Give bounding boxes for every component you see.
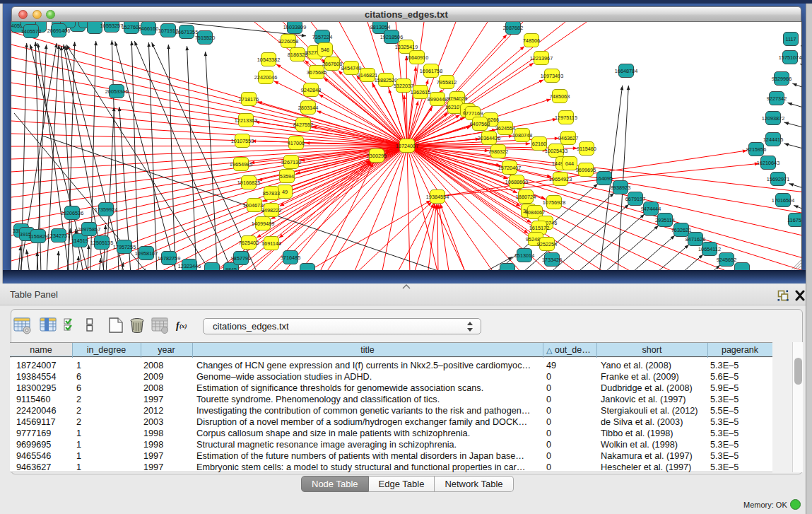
svg-text:1244415: 1244415 bbox=[763, 136, 783, 143]
svg-text:9777169: 9777169 bbox=[463, 110, 483, 117]
svg-text:7515520: 7515520 bbox=[195, 35, 215, 41]
svg-text:546: 546 bbox=[321, 47, 329, 53]
svg-text:19218506: 19218506 bbox=[380, 34, 403, 40]
svg-text:8990448: 8990448 bbox=[428, 96, 447, 103]
svg-text:9084067: 9084067 bbox=[525, 209, 545, 216]
svg-text:10543382: 10543382 bbox=[257, 57, 280, 63]
svg-text:7986322: 7986322 bbox=[488, 148, 508, 155]
svg-text:2935114: 2935114 bbox=[655, 217, 675, 223]
svg-text:044: 044 bbox=[565, 160, 574, 167]
svg-text:16782759: 16782759 bbox=[158, 255, 180, 262]
svg-text:2087682: 2087682 bbox=[503, 25, 523, 31]
svg-text:14099489: 14099489 bbox=[252, 221, 274, 227]
svg-text:417006: 417006 bbox=[288, 140, 305, 146]
svg-text:49: 49 bbox=[282, 189, 288, 195]
svg-text:15720407: 15720407 bbox=[498, 165, 521, 171]
svg-text:9699695: 9699695 bbox=[576, 167, 596, 173]
svg-text:15692971: 15692971 bbox=[767, 176, 789, 182]
svg-text:7625402: 7625402 bbox=[239, 240, 259, 246]
svg-text:10688609: 10688609 bbox=[505, 179, 528, 185]
svg-text:17359924: 17359924 bbox=[95, 206, 117, 213]
svg-text:12505135: 12505135 bbox=[90, 240, 113, 246]
svg-text:2718176: 2718176 bbox=[239, 96, 259, 103]
svg-text:9329966: 9329966 bbox=[772, 76, 792, 82]
svg-text:8427552: 8427552 bbox=[293, 122, 313, 128]
svg-text:9245652: 9245652 bbox=[717, 257, 736, 263]
svg-text:9252254: 9252254 bbox=[537, 241, 557, 247]
svg-text:12213363: 12213363 bbox=[235, 117, 257, 124]
svg-text:16961758: 16961758 bbox=[420, 68, 442, 74]
svg-text:10756928: 10756928 bbox=[543, 199, 565, 206]
svg-text:7632621: 7632621 bbox=[671, 227, 691, 233]
svg-text:12975115: 12975115 bbox=[555, 115, 577, 121]
svg-text:16648784: 16648784 bbox=[615, 68, 637, 74]
svg-text:1362615: 1362615 bbox=[411, 89, 430, 95]
svg-text:12093872: 12093872 bbox=[762, 115, 784, 122]
svg-text:3675685: 3675685 bbox=[307, 69, 326, 76]
svg-text:9474444: 9474444 bbox=[641, 206, 661, 212]
svg-text:8215956: 8215956 bbox=[746, 146, 766, 153]
svg-text:12213967: 12213967 bbox=[530, 55, 553, 62]
svg-text:1080748: 1080748 bbox=[512, 132, 532, 139]
svg-text:1880724: 1880724 bbox=[516, 194, 536, 200]
svg-text:16033809: 16033809 bbox=[283, 24, 306, 30]
svg-text:6466160: 6466160 bbox=[139, 25, 158, 32]
svg-text:20975867: 20975867 bbox=[78, 226, 100, 233]
svg-text:9857791: 9857791 bbox=[231, 255, 251, 262]
svg-text:2803144: 2803144 bbox=[298, 105, 318, 111]
svg-text:9115460: 9115460 bbox=[577, 146, 596, 152]
svg-text:16640910: 16640910 bbox=[406, 54, 428, 61]
svg-text:8938923: 8938923 bbox=[611, 185, 630, 191]
svg-text:164095: 164095 bbox=[596, 175, 613, 182]
svg-text:17957255: 17957255 bbox=[113, 244, 136, 250]
svg-text:3716485: 3716485 bbox=[281, 255, 300, 261]
svg-text:10107553: 10107553 bbox=[231, 138, 254, 144]
svg-text:12342737: 12342737 bbox=[47, 233, 70, 239]
svg-text:6497568: 6497568 bbox=[470, 121, 490, 127]
svg-text:7955812: 7955812 bbox=[437, 79, 457, 86]
svg-text:9227342: 9227342 bbox=[767, 95, 787, 102]
svg-text:1156829: 1156829 bbox=[28, 233, 48, 240]
svg-text:9242848: 9242848 bbox=[301, 87, 321, 93]
svg-text:3498222: 3498222 bbox=[261, 207, 281, 214]
svg-text:114519: 114519 bbox=[71, 238, 88, 244]
svg-text:10973493: 10973493 bbox=[541, 73, 563, 79]
svg-text:2867608: 2867608 bbox=[322, 61, 342, 67]
svg-text:19654923: 19654923 bbox=[549, 176, 572, 182]
svg-text:5322037: 5322037 bbox=[394, 83, 413, 89]
svg-text:3624554: 3624554 bbox=[495, 125, 515, 132]
svg-text:10553257: 10553257 bbox=[100, 23, 123, 29]
svg-text:10958107: 10958107 bbox=[135, 250, 158, 257]
svg-text:116753: 116753 bbox=[787, 217, 801, 223]
svg-text:1691144: 1691144 bbox=[261, 240, 281, 247]
svg-text:20691406: 20691406 bbox=[47, 28, 70, 34]
svg-text:10654112: 10654112 bbox=[698, 246, 721, 252]
svg-text:7485063: 7485063 bbox=[550, 93, 570, 100]
svg-text:13325419: 13325419 bbox=[395, 44, 418, 50]
svg-text:857833: 857833 bbox=[263, 190, 280, 197]
svg-text:(x): (x) bbox=[180, 322, 187, 329]
svg-text:748506: 748506 bbox=[523, 37, 540, 44]
svg-text:1405572: 1405572 bbox=[21, 28, 41, 35]
svg-text:3267130: 3267130 bbox=[281, 159, 301, 165]
svg-text:8471626: 8471626 bbox=[686, 236, 705, 243]
svg-text:18724007: 18724007 bbox=[396, 143, 418, 149]
svg-text:1513014: 1513014 bbox=[514, 252, 534, 259]
svg-text:16210643: 16210643 bbox=[757, 160, 779, 166]
svg-text:19166825: 19166825 bbox=[237, 180, 260, 186]
svg-text:7357224: 7357224 bbox=[312, 34, 332, 40]
svg-text:8813054: 8813054 bbox=[370, 24, 390, 30]
svg-text:6679197: 6679197 bbox=[625, 196, 645, 202]
svg-text:20053346: 20053346 bbox=[105, 88, 128, 95]
svg-text:20206536: 20206536 bbox=[61, 210, 83, 216]
svg-text:53594: 53594 bbox=[280, 173, 294, 180]
svg-text:62160: 62160 bbox=[532, 141, 546, 147]
svg-text:1615172: 1615172 bbox=[529, 225, 549, 231]
svg-text:3226058: 3226058 bbox=[278, 38, 298, 45]
svg-text:19654985: 19654985 bbox=[230, 161, 252, 168]
svg-text:15751074: 15751074 bbox=[779, 54, 801, 61]
svg-text:8454749: 8454749 bbox=[341, 65, 361, 71]
svg-text:2300295: 2300295 bbox=[367, 153, 387, 159]
svg-text:19384554: 19384554 bbox=[426, 194, 449, 200]
svg-text:9463627: 9463627 bbox=[558, 135, 578, 141]
